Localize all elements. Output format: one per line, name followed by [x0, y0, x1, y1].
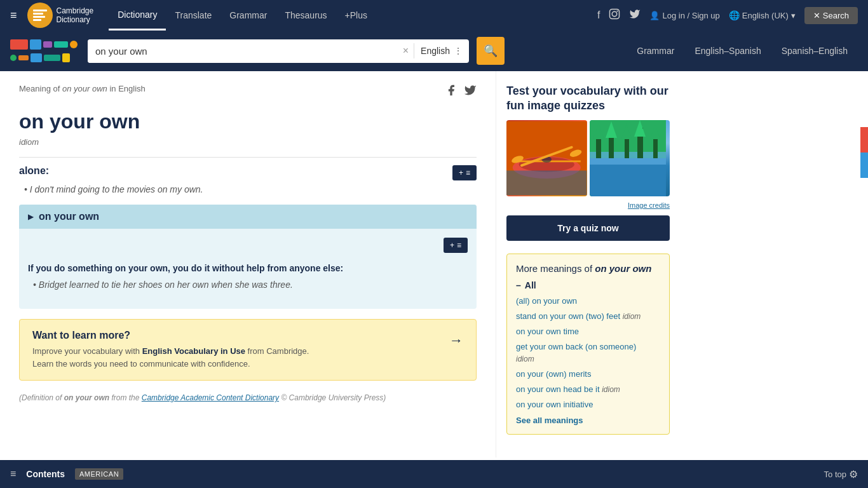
- add-to-list-button-1[interactable]: +≡: [452, 165, 477, 180]
- cambridge-logo: [27, 3, 53, 28]
- color-accents: [860, 127, 868, 178]
- search-submit-button[interactable]: 🔍: [477, 37, 505, 65]
- nature-image: [590, 120, 670, 196]
- quiz-image-2: [590, 120, 670, 196]
- search-icon: 🔍: [484, 44, 498, 58]
- clear-input-icon[interactable]: ×: [398, 40, 414, 62]
- learn-more-arrow-icon[interactable]: →: [449, 332, 463, 349]
- svg-rect-2: [33, 13, 43, 15]
- quiz-title: Test your vocabulary with our fun image …: [506, 84, 670, 114]
- learn-more-text: Want to learn more? Improve your vocabul…: [32, 330, 439, 370]
- sense-header-2[interactable]: ▶ on your own: [19, 205, 477, 229]
- login-button[interactable]: 👤 Log in / Sign up: [649, 11, 719, 20]
- meaning-label: Meaning of on your own in English: [19, 84, 146, 93]
- list-item: on your (own) merits: [516, 369, 660, 380]
- quiz-section: Test your vocabulary with our fun image …: [506, 84, 670, 241]
- logo-text: Cambridge Dictionary: [57, 6, 94, 25]
- search-input-container: × English ⋮: [88, 39, 469, 63]
- facebook-share-icon[interactable]: [445, 84, 458, 100]
- meanings-list: (all) on your own stand on your own (two…: [516, 295, 660, 411]
- sec-nav-spanish-english[interactable]: Spanish–English: [771, 39, 858, 62]
- quiz-images: [506, 120, 670, 196]
- svg-point-0: [28, 3, 52, 27]
- svg-rect-16: [506, 170, 587, 195]
- sec-nav-grammar[interactable]: Grammar: [627, 39, 684, 62]
- colorful-blocks: [10, 39, 80, 63]
- quiz-image-1: [506, 120, 587, 196]
- dict-link[interactable]: Cambridge Academic Content Dictionary: [142, 393, 279, 402]
- chevron-right-icon: ▶: [28, 212, 34, 221]
- sense-example-2: • Bridget learned to tie her shoes on he…: [28, 280, 468, 290]
- facebook-icon[interactable]: f: [597, 10, 600, 21]
- meaning-link-2[interactable]: stand on your own (two) feet: [516, 311, 620, 321]
- meaning-link-6[interactable]: on your own head be it: [516, 384, 600, 394]
- more-meanings-box: More meanings of on your own – All (all)…: [506, 254, 670, 435]
- hamburger-menu-icon[interactable]: ≡: [10, 9, 17, 22]
- options-icon: ⋮: [454, 46, 463, 56]
- word-title: on your own: [19, 110, 477, 133]
- share-icons: [445, 84, 477, 100]
- see-all-link[interactable]: See all meanings: [516, 416, 660, 425]
- example-1: • I don't mind going to the movies on my…: [19, 184, 477, 194]
- kayak-image: [506, 120, 587, 196]
- language-selector-top[interactable]: 🌐 English (UK) ▾: [729, 10, 796, 20]
- minus-icon: –: [516, 280, 521, 290]
- sidebar: Test your vocabulary with our fun image …: [496, 71, 680, 458]
- learn-more-box[interactable]: Want to learn more? Improve your vocabul…: [19, 319, 477, 381]
- nav-dictionary[interactable]: Dictionary: [109, 0, 166, 30]
- svg-rect-3: [33, 16, 45, 18]
- meaning-link-5[interactable]: on your (own) merits: [516, 369, 591, 379]
- learn-more-title: Want to learn more?: [32, 330, 439, 341]
- nav-plus[interactable]: +Plus: [336, 0, 376, 30]
- sense-definition-2: If you do something on your own, you do …: [28, 263, 468, 273]
- list-item: stand on your own (two) feet idiom: [516, 311, 660, 322]
- nav-translate[interactable]: Translate: [166, 0, 220, 30]
- try-quiz-button[interactable]: Try a quiz now: [506, 215, 670, 241]
- twitter-share-icon[interactable]: [464, 84, 477, 100]
- add-to-list-button-2[interactable]: +≡: [444, 238, 468, 253]
- meaning-link-1[interactable]: (all) on your own: [516, 296, 577, 306]
- main-nav-links: Dictionary Translate Grammar Thesaurus +…: [109, 0, 592, 30]
- sense-body-2: +≡ If you do something on your own, you …: [19, 229, 477, 309]
- globe-icon: 🌐: [729, 10, 740, 20]
- all-toggle[interactable]: – All: [516, 280, 660, 290]
- search-bar-row: × English ⋮ 🔍 Grammar English–Spanish Sp…: [0, 30, 868, 71]
- meaning-link-7[interactable]: on your own initiative: [516, 400, 593, 409]
- top-navigation: ≡ Cambridge Dictionary Dictionary Transl…: [0, 0, 868, 30]
- list-item: get your own back (on someone)idiom: [516, 341, 660, 364]
- person-icon: 👤: [649, 11, 660, 20]
- attribution: (Definition of on your own from the Camb…: [19, 393, 477, 402]
- secondary-navigation: Grammar English–Spanish Spanish–English: [627, 39, 858, 62]
- list-item: on your own initiative: [516, 399, 660, 410]
- sense-block-2: ▶ on your own +≡ If you do something on …: [19, 205, 477, 309]
- svg-point-7: [617, 10, 618, 11]
- word-type: idiom: [19, 137, 477, 147]
- learn-more-desc: Improve your vocabulary with English Voc…: [32, 345, 439, 370]
- svg-rect-1: [33, 10, 47, 11]
- meaning-link-3[interactable]: on your own time: [516, 327, 579, 336]
- image-credits-link[interactable]: Image credits: [506, 201, 670, 209]
- list-item: (all) on your own: [516, 295, 660, 307]
- logo-container[interactable]: Cambridge Dictionary: [27, 3, 94, 28]
- nav-thesaurus[interactable]: Thesaurus: [276, 0, 336, 30]
- main-layout: Meaning of on your own in English on you…: [0, 71, 868, 458]
- close-icon: ✕: [813, 11, 820, 20]
- language-selector[interactable]: English ⋮: [414, 41, 469, 61]
- search-button-top[interactable]: ✕ Search: [804, 7, 858, 24]
- nav-grammar[interactable]: Grammar: [220, 0, 276, 30]
- chevron-down-icon: ▾: [791, 11, 796, 20]
- meaning-link-4[interactable]: get your own back (on someone): [516, 342, 636, 351]
- list-item: on your own head be it idiom: [516, 384, 660, 395]
- nav-right-section: f 👤 Log in / Sign up 🌐 English (UK) ▾ ✕ …: [597, 7, 858, 24]
- svg-rect-4: [33, 19, 41, 21]
- twitter-icon[interactable]: [629, 8, 641, 22]
- separator: [19, 157, 477, 158]
- more-meanings-title: More meanings of on your own: [516, 263, 660, 274]
- list-item: on your own time: [516, 326, 660, 337]
- instagram-icon[interactable]: [609, 8, 620, 22]
- sense-header-text: on your own: [39, 211, 99, 222]
- content-area: Meaning of on your own in English on you…: [0, 71, 496, 458]
- search-input[interactable]: [88, 39, 398, 63]
- sec-nav-english-spanish[interactable]: English–Spanish: [684, 39, 771, 62]
- svg-point-6: [613, 11, 618, 17]
